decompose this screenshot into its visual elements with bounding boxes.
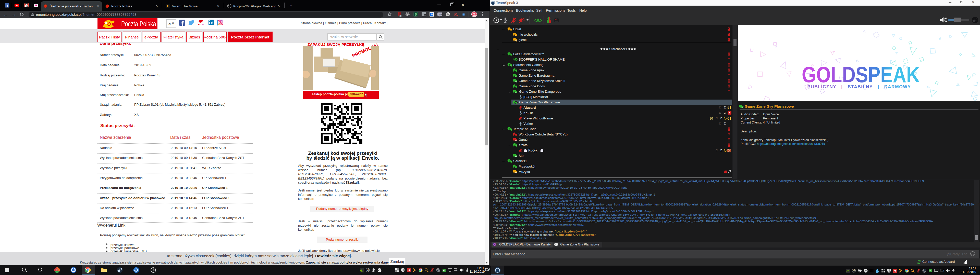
- svg-text:M: M: [454, 13, 457, 16]
- svg-text:?: ?: [457, 269, 458, 272]
- svg-text:2: 2: [400, 15, 401, 17]
- svg-text:CSS: CSS: [438, 13, 442, 16]
- svg-text:S: S: [415, 13, 417, 16]
- svg-text:BLOG: BLOG: [198, 24, 204, 26]
- svg-text:?: ?: [943, 270, 944, 272]
